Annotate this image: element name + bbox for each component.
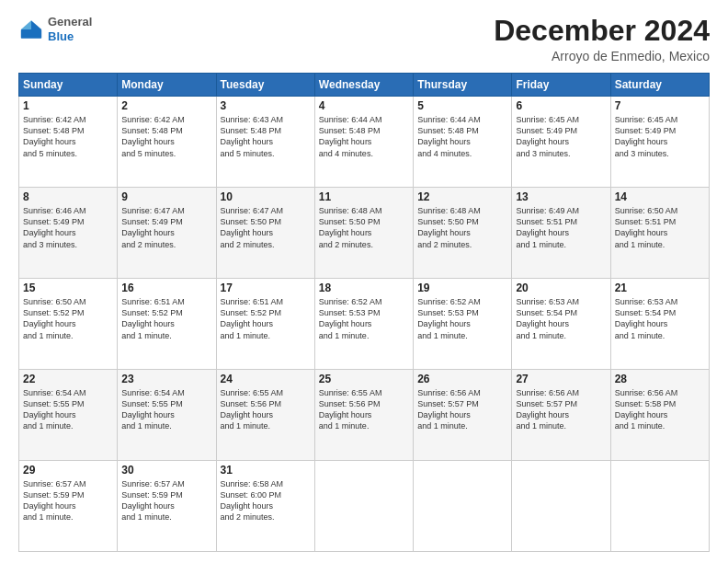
week-row-2: 8 Sunrise: 6:46 AMSunset: 5:49 PMDayligh… <box>19 188 710 279</box>
day-cell-21: 21 Sunrise: 6:53 AMSunset: 5:54 PMDaylig… <box>610 279 709 370</box>
day-cell-13: 13 Sunrise: 6:49 AMSunset: 5:51 PMDaylig… <box>512 188 610 279</box>
week-row-4: 22 Sunrise: 6:54 AMSunset: 5:55 PMDaylig… <box>19 370 710 461</box>
day-cell-23: 23 Sunrise: 6:54 AMSunset: 5:55 PMDaylig… <box>118 370 216 461</box>
day-cell-10: 10 Sunrise: 6:47 AMSunset: 5:50 PMDaylig… <box>216 188 314 279</box>
col-friday: Friday <box>512 74 610 97</box>
day-cell-12: 12 Sunrise: 6:48 AMSunset: 5:50 PMDaylig… <box>414 188 512 279</box>
empty-cell-3 <box>512 461 610 552</box>
day-cell-4: 4 Sunrise: 6:44 AMSunset: 5:48 PMDayligh… <box>314 97 413 188</box>
empty-cell-4 <box>610 461 709 552</box>
col-thursday: Thursday <box>414 74 512 97</box>
week-row-3: 15 Sunrise: 6:50 AMSunset: 5:52 PMDaylig… <box>19 279 710 370</box>
day-cell-31: 31 Sunrise: 6:58 AMSunset: 6:00 PMDaylig… <box>216 461 314 552</box>
day-cell-16: 16 Sunrise: 6:51 AMSunset: 5:52 PMDaylig… <box>118 279 216 370</box>
empty-cell-1 <box>314 461 413 552</box>
day-cell-25: 25 Sunrise: 6:55 AMSunset: 5:56 PMDaylig… <box>314 370 413 461</box>
empty-cell-2 <box>414 461 512 552</box>
month-title: December 2024 <box>494 15 710 47</box>
day-cell-11: 11 Sunrise: 6:48 AMSunset: 5:50 PMDaylig… <box>314 188 413 279</box>
svg-rect-2 <box>21 29 41 39</box>
day-cell-19: 19 Sunrise: 6:52 AMSunset: 5:53 PMDaylig… <box>414 279 512 370</box>
day-cell-3: 3 Sunrise: 6:43 AMSunset: 5:48 PMDayligh… <box>216 97 314 188</box>
col-sunday: Sunday <box>19 74 118 97</box>
day-cell-29: 29 Sunrise: 6:57 AMSunset: 5:59 PMDaylig… <box>19 461 118 552</box>
day-cell-9: 9 Sunrise: 6:47 AMSunset: 5:49 PMDayligh… <box>118 188 216 279</box>
logo-icon <box>18 17 44 42</box>
col-saturday: Saturday <box>610 74 709 97</box>
day-cell-28: 28 Sunrise: 6:56 AMSunset: 5:58 PMDaylig… <box>610 370 709 461</box>
logo-blue: Blue <box>48 29 92 44</box>
subtitle: Arroyo de Enmedio, Mexico <box>494 49 710 63</box>
logo-general: General <box>48 15 92 29</box>
day-cell-24: 24 Sunrise: 6:55 AMSunset: 5:56 PMDaylig… <box>216 370 314 461</box>
title-area: December 2024 Arroyo de Enmedio, Mexico <box>494 15 710 63</box>
calendar-header-row: Sunday Monday Tuesday Wednesday Thursday… <box>19 74 710 97</box>
svg-marker-0 <box>31 20 41 29</box>
logo: General Blue <box>18 15 92 43</box>
day-cell-15: 15 Sunrise: 6:50 AMSunset: 5:52 PMDaylig… <box>19 279 118 370</box>
day-cell-6: 6 Sunrise: 6:45 AMSunset: 5:49 PMDayligh… <box>512 97 610 188</box>
day-cell-14: 14 Sunrise: 6:50 AMSunset: 5:51 PMDaylig… <box>610 188 709 279</box>
day-cell-7: 7 Sunrise: 6:45 AMSunset: 5:49 PMDayligh… <box>610 97 709 188</box>
day-cell-8: 8 Sunrise: 6:46 AMSunset: 5:49 PMDayligh… <box>19 188 118 279</box>
col-tuesday: Tuesday <box>216 74 314 97</box>
calendar-table: Sunday Monday Tuesday Wednesday Thursday… <box>18 73 710 552</box>
page: General Blue December 2024 Arroyo de Enm… <box>0 0 728 563</box>
header: General Blue December 2024 Arroyo de Enm… <box>18 15 710 63</box>
logo-text: General Blue <box>48 15 92 43</box>
day-cell-26: 26 Sunrise: 6:56 AMSunset: 5:57 PMDaylig… <box>414 370 512 461</box>
day-cell-2: 2 Sunrise: 6:42 AMSunset: 5:48 PMDayligh… <box>118 97 216 188</box>
day-cell-17: 17 Sunrise: 6:51 AMSunset: 5:52 PMDaylig… <box>216 279 314 370</box>
day-cell-27: 27 Sunrise: 6:56 AMSunset: 5:57 PMDaylig… <box>512 370 610 461</box>
day-cell-5: 5 Sunrise: 6:44 AMSunset: 5:48 PMDayligh… <box>414 97 512 188</box>
col-monday: Monday <box>118 74 216 97</box>
week-row-5: 29 Sunrise: 6:57 AMSunset: 5:59 PMDaylig… <box>19 461 710 552</box>
day-cell-18: 18 Sunrise: 6:52 AMSunset: 5:53 PMDaylig… <box>314 279 413 370</box>
day-cell-22: 22 Sunrise: 6:54 AMSunset: 5:55 PMDaylig… <box>19 370 118 461</box>
day-cell-20: 20 Sunrise: 6:53 AMSunset: 5:54 PMDaylig… <box>512 279 610 370</box>
week-row-1: 1 Sunrise: 6:42 AMSunset: 5:48 PMDayligh… <box>19 97 710 188</box>
col-wednesday: Wednesday <box>314 74 413 97</box>
day-cell-1: 1 Sunrise: 6:42 AMSunset: 5:48 PMDayligh… <box>19 97 118 188</box>
day-cell-30: 30 Sunrise: 6:57 AMSunset: 5:59 PMDaylig… <box>118 461 216 552</box>
svg-marker-1 <box>21 20 31 29</box>
